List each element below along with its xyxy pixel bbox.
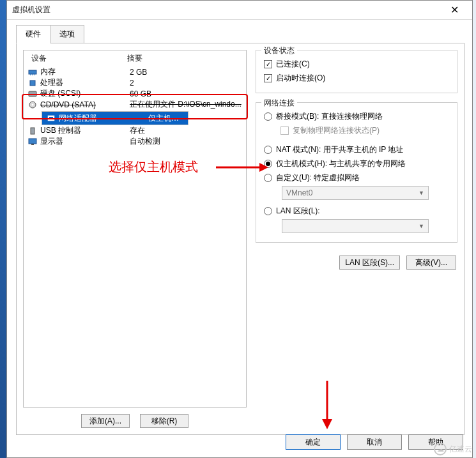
cd-icon (27, 100, 38, 109)
advanced-button[interactable]: 高级(V)... (406, 256, 456, 270)
disk-icon (27, 89, 38, 98)
hw-name: 硬盘 (SCSI) (40, 88, 130, 99)
hw-row-usb[interactable]: USB 控制器 存在 (24, 125, 246, 136)
footer-buttons: 确定 取消 帮助 (286, 434, 463, 450)
col-summary: 摘要 (127, 53, 242, 64)
bridge-label: 桥接模式(B): 直接连接物理网络 (276, 111, 383, 122)
detail-panel: 设备状态 已连接(C) 启动时连接(O) 网络连接 桥接模式(B): 直接连接物… (256, 50, 457, 428)
hw-summary: 2 (130, 79, 246, 88)
hw-summary: 2 GB (130, 68, 246, 77)
titlebar: 虚拟机设置 ✕ (7, 1, 472, 20)
custom-row[interactable]: 自定义(U): 特定虚拟网络 (264, 171, 449, 185)
cancel-button[interactable]: 取消 (347, 434, 402, 450)
svg-rect-12 (31, 144, 34, 145)
hardware-list: 设备 摘要 内存 2 GB 处理器 2 硬盘 (SCSI) 60 GB (23, 50, 247, 408)
svg-rect-0 (29, 70, 36, 74)
connected-label: 已连接(C) (276, 59, 310, 70)
svg-rect-1 (30, 74, 31, 75)
checkbox-icon[interactable] (264, 74, 272, 82)
hw-name: 网络适配器 (59, 113, 148, 124)
checkbox-icon[interactable] (264, 60, 272, 68)
nic-icon (46, 114, 56, 123)
nat-label: NAT 模式(N): 用于共享主机的 IP 地址 (276, 144, 403, 155)
svg-rect-11 (29, 139, 36, 144)
device-status-group: 设备状态 已连接(C) 启动时连接(O) (256, 50, 457, 93)
svg-rect-9 (49, 117, 53, 119)
usb-icon (27, 126, 38, 135)
connect-on-power-row[interactable]: 启动时连接(O) (264, 71, 449, 85)
checkbox-icon (280, 126, 289, 135)
hw-name: USB 控制器 (40, 125, 130, 136)
hw-summary: 60 GB (130, 89, 246, 98)
ok-button[interactable]: 确定 (286, 434, 341, 450)
vmnet-select: VMnet0 ▼ (282, 186, 429, 200)
svg-point-7 (32, 103, 34, 105)
close-icon[interactable]: ✕ (441, 4, 467, 16)
tab-options[interactable]: 选项 (50, 25, 84, 43)
help-button[interactable]: 帮助 (408, 434, 463, 450)
hardware-panel: 设备 摘要 内存 2 GB 处理器 2 硬盘 (SCSI) 60 GB (23, 50, 247, 428)
hw-summary: 正在使用文件 D:\iOS\cn_windo... (130, 99, 246, 110)
tab-hardware[interactable]: 硬件 (16, 25, 50, 43)
svg-rect-4 (30, 80, 35, 86)
hw-summary: 存在 (130, 125, 246, 136)
hw-summary: 自动检测 (130, 136, 246, 147)
network-connection-group: 网络连接 桥接模式(B): 直接连接物理网络 复制物理网络连接状态(P) NAT… (256, 102, 457, 243)
hw-row-cd[interactable]: CD/DVD (SATA) 正在使用文件 D:\iOS\cn_windo... (24, 99, 246, 110)
svg-rect-5 (29, 91, 36, 96)
radio-icon[interactable] (264, 146, 272, 154)
replicate-label: 复制物理网络连接状态(P) (293, 125, 380, 136)
display-icon (27, 137, 38, 146)
vm-settings-window: 虚拟机设置 ✕ 硬件 选项 设备 摘要 内存 2 GB 处理器 2 (6, 0, 473, 458)
col-device: 设备 (31, 53, 127, 64)
hw-row-display[interactable]: 显示器 自动检测 (24, 136, 246, 147)
hostonly-row[interactable]: 仅主机模式(H): 与主机共享的专用网络 (264, 156, 449, 171)
lanseg-row[interactable]: LAN 区段(L): (264, 204, 449, 218)
lanseg-label: LAN 区段(L): (276, 206, 320, 217)
radio-icon[interactable] (264, 160, 272, 168)
connect-on-power-label: 启动时连接(O) (276, 73, 325, 84)
chevron-down-icon: ▼ (418, 190, 424, 196)
hardware-list-header: 设备 摘要 (24, 50, 246, 66)
hw-row-memory[interactable]: 内存 2 GB (24, 66, 246, 77)
hostonly-label: 仅主机模式(H): 与主机共享的专用网络 (276, 158, 406, 169)
svg-rect-2 (32, 74, 33, 75)
hw-name: CD/DVD (SATA) (40, 100, 130, 109)
advanced-row: LAN 区段(S)... 高级(V)... (256, 256, 457, 270)
svg-rect-10 (31, 128, 35, 134)
tab-body: 设备 摘要 内存 2 GB 处理器 2 硬盘 (SCSI) 60 GB (16, 43, 464, 435)
hw-row-disk[interactable]: 硬盘 (SCSI) 60 GB (24, 88, 246, 99)
replicate-row: 复制物理网络连接状态(P) (280, 123, 449, 137)
radio-icon[interactable] (264, 207, 272, 215)
hw-name: 显示器 (40, 136, 130, 147)
nat-row[interactable]: NAT 模式(N): 用于共享主机的 IP 地址 (264, 142, 449, 156)
lan-segments-button[interactable]: LAN 区段(S)... (339, 256, 400, 270)
chevron-down-icon: ▼ (418, 223, 424, 229)
lanseg-select: ▼ (282, 219, 429, 233)
remove-button[interactable]: 移除(R) (140, 414, 188, 428)
network-legend: 网络连接 (261, 98, 297, 109)
hw-name: 内存 (40, 66, 130, 77)
tab-strip: 硬件 选项 (16, 25, 467, 43)
bridge-row[interactable]: 桥接模式(B): 直接连接物理网络 (264, 109, 449, 123)
radio-icon[interactable] (264, 174, 272, 182)
radio-icon[interactable] (264, 112, 272, 121)
vmnet-value: VMnet0 (286, 188, 312, 197)
hw-row-cpu[interactable]: 处理器 2 (24, 77, 246, 88)
desktop-left-strip (0, 0, 6, 458)
cpu-icon (27, 79, 38, 88)
hardware-buttons: 添加(A)... 移除(R) (23, 414, 247, 428)
add-button[interactable]: 添加(A)... (81, 414, 130, 428)
hw-name: 处理器 (40, 77, 130, 88)
hw-row-nic[interactable]: 网络适配器 仅主机模式 (42, 111, 188, 125)
custom-label: 自定义(U): 特定虚拟网络 (276, 172, 360, 183)
device-status-legend: 设备状态 (261, 45, 297, 56)
svg-rect-3 (34, 74, 35, 75)
hw-summary: 仅主机模式 (148, 113, 184, 124)
window-title: 虚拟机设置 (12, 4, 441, 15)
memory-icon (27, 68, 38, 77)
connected-row[interactable]: 已连接(C) (264, 57, 449, 71)
